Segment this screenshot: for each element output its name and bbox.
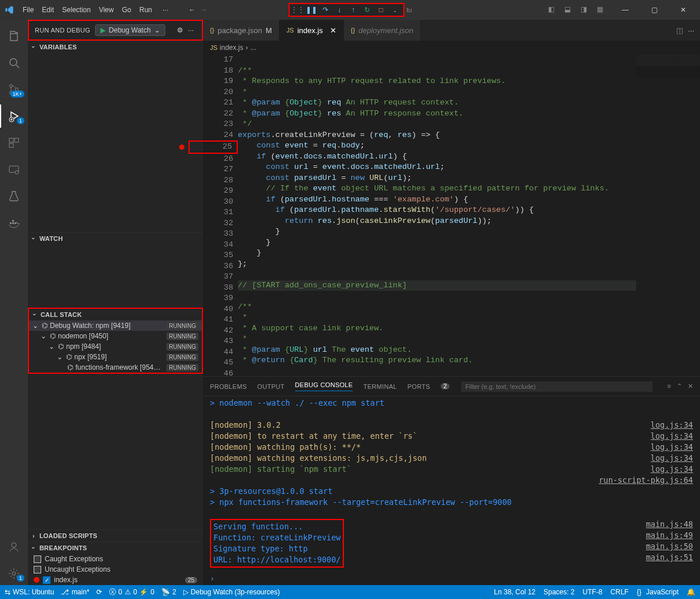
ab-explorer[interactable]: [0, 24, 28, 48]
bp-file[interactable]: ✓index.js25: [28, 575, 203, 585]
debug-config-picker[interactable]: ▶ Debug Watch ⌄: [95, 24, 165, 36]
status-problems[interactable]: ⓧ 0 ⚠ 0 ⚡ 0: [109, 587, 154, 597]
source-link[interactable]: log.js:34: [651, 464, 693, 475]
menu-view[interactable]: View: [95, 3, 118, 16]
menu-edit[interactable]: Edit: [38, 3, 58, 16]
source-link[interactable]: run-script-pkg.js:64: [599, 475, 693, 486]
tab-package-json[interactable]: {}package.jsonM: [203, 20, 280, 41]
restart-icon[interactable]: ↻: [362, 5, 372, 15]
status-eol[interactable]: CRLF: [611, 588, 629, 596]
ab-run-debug[interactable]: 1: [0, 104, 28, 128]
layout-customize-icon[interactable]: ▦: [597, 5, 608, 15]
window-close[interactable]: ✕: [671, 1, 695, 19]
source-link[interactable]: main.js:50: [646, 541, 693, 552]
callstack-row[interactable]: ⌄⌬Debug Watch: npm [9419]RUNNING: [29, 320, 202, 331]
status-debug-indicator[interactable]: ▷Debug Watch (3p-resources): [183, 588, 280, 596]
debug-console[interactable]: > nodemon --watch ./ --exec npm start [n…: [203, 396, 700, 574]
status-encoding[interactable]: UTF-8: [583, 588, 603, 596]
minimap[interactable]: [636, 55, 700, 376]
ab-scm[interactable]: 1K+: [0, 78, 28, 101]
section-breakpoints-header[interactable]: BREAKPOINTS: [28, 542, 203, 554]
play-icon: ▶: [100, 26, 106, 34]
panel-close-icon[interactable]: ✕: [688, 383, 693, 390]
status-ports[interactable]: 📡 2: [161, 588, 176, 596]
callstack-row[interactable]: ⌄⌬nodemon [9450]RUNNING: [29, 331, 202, 341]
menu-run[interactable]: Run: [135, 3, 156, 16]
ab-settings[interactable]: 1: [0, 562, 28, 585]
source-link[interactable]: main.js:48: [646, 519, 693, 530]
search-stub[interactable]: tu: [407, 6, 412, 13]
source-link[interactable]: log.js:34: [651, 420, 693, 431]
status-lncol[interactable]: Ln 38, Col 12: [494, 588, 535, 596]
source-link[interactable]: main.js:49: [646, 530, 693, 541]
layout-bottom-icon[interactable]: ⬓: [564, 5, 576, 15]
panel-tab-ports[interactable]: PORTS: [407, 383, 430, 390]
editor-more-icon[interactable]: ···: [688, 26, 694, 35]
bp-caught[interactable]: Caught Exceptions: [28, 554, 203, 564]
checkbox-checked-icon[interactable]: ✓: [43, 576, 50, 584]
breadcrumbs[interactable]: JS index.js › ...: [203, 41, 700, 55]
panel-tab-terminal[interactable]: TERMINAL: [363, 383, 397, 390]
step-out-icon[interactable]: ↑: [349, 5, 358, 15]
menu-file[interactable]: File: [19, 3, 38, 16]
section-loaded-header[interactable]: LOADED SCRIPTS: [28, 530, 203, 542]
console-filter-input[interactable]: [461, 381, 652, 392]
editor-gutter[interactable]: 1718192021222324252627282930313233343536…: [203, 55, 238, 376]
ab-extensions[interactable]: [0, 131, 28, 154]
tab-index-js[interactable]: JSindex.js✕: [280, 20, 344, 41]
menu-selection[interactable]: Selection: [58, 3, 95, 16]
section-call-stack: CALL STACK ⌄⌬Debug Watch: npm [9419]RUNN…: [28, 308, 203, 374]
stop-icon[interactable]: □: [376, 5, 386, 15]
gear-icon[interactable]: ⚙: [175, 26, 186, 34]
status-remote[interactable]: ⇆WSL: Ubuntu: [5, 588, 54, 596]
nav-fwd-icon[interactable]: →: [199, 5, 208, 15]
source-link[interactable]: log.js:34: [651, 442, 693, 453]
source-link[interactable]: log.js:34: [651, 453, 693, 464]
bug-icon: ⌬: [66, 353, 72, 361]
status-notifications-icon[interactable]: 🔔: [687, 588, 695, 596]
pause-icon[interactable]: ❚❚: [307, 5, 316, 15]
section-watch-header[interactable]: WATCH: [28, 233, 203, 244]
window-maximize[interactable]: ▢: [642, 1, 666, 19]
status-spaces[interactable]: Spaces: 2: [543, 588, 574, 596]
callstack-row[interactable]: ⌄⌬npx [9519]RUNNING: [29, 352, 202, 362]
split-editor-icon[interactable]: ◫: [676, 26, 683, 35]
callstack-row[interactable]: ⌄⌬npm [9484]RUNNING: [29, 341, 202, 352]
close-icon[interactable]: ✕: [330, 26, 336, 35]
section-callstack-header[interactable]: CALL STACK: [29, 309, 202, 320]
panel-tab-debug-console[interactable]: DEBUG CONSOLE: [295, 381, 353, 391]
bug-icon: ⌬: [50, 332, 56, 340]
status-branch[interactable]: ⎇main*: [61, 588, 89, 596]
panel-settings-icon[interactable]: ≡: [668, 383, 671, 390]
ab-docker[interactable]: [0, 211, 28, 234]
stop-chevron-icon[interactable]: ⌄: [390, 5, 400, 15]
status-language[interactable]: {}JavaScript: [637, 588, 679, 596]
console-prompt[interactable]: ›: [203, 574, 700, 585]
panel-tab-output[interactable]: OUTPUT: [257, 383, 285, 390]
ab-remote[interactable]: [0, 158, 28, 181]
status-sync[interactable]: ⟳: [96, 588, 102, 596]
callstack-row[interactable]: ⌬functions-framework [954…RUNNING: [29, 362, 202, 373]
panel-maximize-icon[interactable]: ⌃: [677, 383, 682, 390]
layout-right-icon[interactable]: ◨: [581, 5, 592, 15]
ab-testing[interactable]: [0, 185, 28, 208]
menu-overflow[interactable]: ···: [158, 3, 172, 16]
bp-uncaught[interactable]: Uncaught Exceptions: [28, 564, 203, 575]
drag-handle-icon[interactable]: ⋮⋮: [293, 5, 302, 15]
step-over-icon[interactable]: ↷: [321, 5, 330, 15]
source-link[interactable]: main.js:51: [646, 552, 693, 563]
section-watch: WATCH: [28, 232, 203, 308]
menu-go[interactable]: Go: [118, 3, 135, 16]
panel-tab-problems[interactable]: PROBLEMS: [210, 383, 247, 390]
section-variables-header[interactable]: VARIABLES: [28, 41, 203, 53]
nav-back-icon[interactable]: ←: [187, 5, 197, 15]
more-icon[interactable]: ···: [186, 26, 196, 34]
ab-search[interactable]: [0, 51, 28, 74]
ab-accounts[interactable]: [0, 535, 28, 558]
code-editor[interactable]: /** * Responds to any HTTP request relat…: [238, 55, 636, 376]
tab-deployment-json[interactable]: {}deployment.json: [344, 20, 421, 41]
step-into-icon[interactable]: ↓: [335, 5, 344, 15]
source-link[interactable]: log.js:34: [651, 431, 693, 442]
window-minimize[interactable]: ―: [613, 1, 637, 19]
layout-left-icon[interactable]: ◧: [548, 5, 560, 15]
